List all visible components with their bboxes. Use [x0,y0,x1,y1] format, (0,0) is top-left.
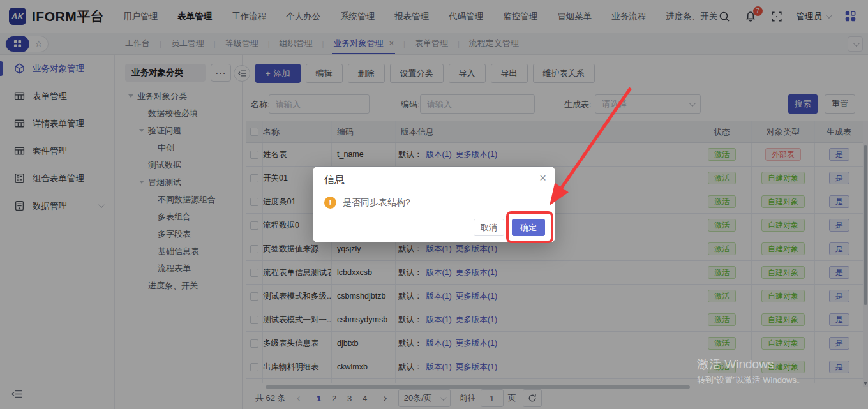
warning-icon: ! [324,197,336,209]
app-window: AK IFORM平台 用户管理表单管理工作流程个人办公系统管理报表管理代码管理监… [0,0,868,409]
cancel-button[interactable]: 取消 [474,219,504,236]
confirm-dialog: 信息 × ! 是否同步表结构? 取消 确定 [313,167,555,242]
dialog-message: 是否同步表结构? [343,197,410,209]
confirm-button[interactable]: 确定 [512,219,545,236]
dialog-title: 信息 [324,174,345,187]
dialog-close-icon[interactable]: × [539,172,546,184]
